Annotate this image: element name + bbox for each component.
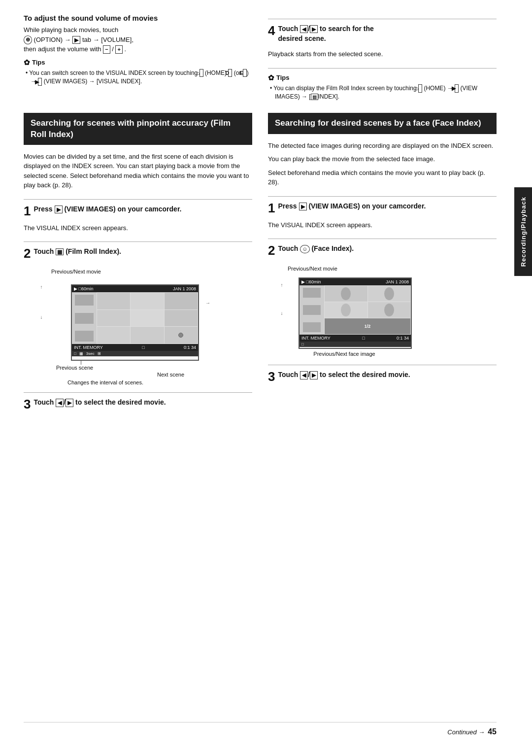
right-body-text3: Select beforehand media which contains t… xyxy=(268,168,497,187)
face-main-grid: 1/2 xyxy=(324,285,411,335)
left-step3-number: 3 xyxy=(24,398,31,411)
face-thumb-1 xyxy=(303,288,321,298)
continued-text: Continued → xyxy=(447,728,485,736)
screen-left-panel xyxy=(72,292,97,344)
prev-btn-3r: ◀ xyxy=(300,371,308,379)
right-step1-text: Press ▶ (VIEW IMAGES) on your camcorder. xyxy=(278,202,497,211)
home-icon-r: ⌂ xyxy=(418,84,422,92)
left-column: Searching for scenes with pinpoint accur… xyxy=(24,113,252,715)
left-body-text: Movies can be divided by a set time, and… xyxy=(24,152,252,190)
sidebar-label: Recording/Playback xyxy=(520,197,527,267)
view-images-btn-r: ▶ xyxy=(299,203,307,210)
right-step2: 2 Touch ☺ (Face Index). xyxy=(268,244,497,257)
prev-next-movie-label-right: Previous/Next movie xyxy=(288,266,497,272)
view-images-btn: ▶ xyxy=(55,206,63,213)
grid-cell-9 xyxy=(165,327,198,344)
home-icon: ⌂ xyxy=(200,69,203,77)
left-diagram: Previous/Next movie ↑ ↓ ▶ □60min JAN 1 2… xyxy=(32,269,252,385)
screen-thumb-2 xyxy=(75,313,94,324)
tips-icon: ✿ xyxy=(24,58,30,67)
right-diagram: Previous/Next movie ↑ ↓ ▶ □60min JAN 1 2… xyxy=(276,266,497,357)
right-arrow-up: ↑ xyxy=(281,282,283,288)
prev-scene-line xyxy=(81,361,93,365)
face-screen-top-bar: ▶ □60min JAN 1 2008 xyxy=(299,278,411,285)
grid-cell-7 xyxy=(97,327,130,344)
tips-label-right: ✿ Tips xyxy=(268,73,497,82)
top-section: To adjust the sound volume of movies Whi… xyxy=(24,14,497,106)
right-body-text2: You can play back the movie from the sel… xyxy=(268,154,497,164)
face-cell-1 xyxy=(325,286,367,302)
d-icon: D xyxy=(228,69,232,77)
left-step2-text: Touch ▦ (Film Roll Index). xyxy=(33,247,252,257)
grid-cell-3 xyxy=(165,293,198,309)
left-step3-text: Touch ◀/▶ to select the desired movie. xyxy=(33,398,252,408)
footer: Continued → 45 xyxy=(24,722,497,736)
sidebar-recording-playback: Recording/Playback xyxy=(514,187,532,276)
top-intro: While playing back movies, touch ⊕ (OPTI… xyxy=(24,25,252,54)
prev-icon-4: ◀ xyxy=(300,25,308,33)
screen-main-grid xyxy=(97,292,198,344)
next-btn-3: ▶ xyxy=(66,399,73,407)
face-cell-2 xyxy=(368,286,411,302)
prev-next-face-label: Previous/Next face image xyxy=(288,351,401,357)
face-page-indicator: 1/2 xyxy=(325,318,410,334)
right-face-screen: ▶ □60min JAN 1 2008 xyxy=(299,277,412,349)
left-step2: 2 Touch ▦ (Film Roll Index). xyxy=(24,247,252,260)
step4-desc: Playback starts from the selected scene. xyxy=(268,49,497,59)
changes-text-left: Changes the interval of scenes. xyxy=(32,379,179,385)
view-icon: ▶ xyxy=(38,78,42,86)
face-thumb-3 xyxy=(303,322,321,332)
grid-cell-5 xyxy=(131,310,164,327)
screen-thumb-3 xyxy=(75,331,94,342)
left-step3: 3 Touch ◀/▶ to select the desired movie. xyxy=(24,398,252,411)
plus-btn[interactable]: + xyxy=(115,45,122,53)
tips-label-top: ✿ Tips xyxy=(24,58,252,67)
prev-btn-3: ◀ xyxy=(56,399,64,407)
left-step1-desc: The VISUAL INDEX screen appears. xyxy=(24,223,252,233)
left-step1-text: Press ▶ (VIEW IMAGES) on your camcorder. xyxy=(33,205,252,214)
left-step1-number: 1 xyxy=(24,205,31,217)
tips-bullet-right: • You can display the Film Roll Index sc… xyxy=(268,84,497,102)
left-section-title: Searching for scenes with pinpoint accur… xyxy=(24,113,252,144)
screen-interval-bar: □ ▦ 3sec ⊞ xyxy=(72,351,198,356)
right-step1-desc: The VISUAL INDEX screen appears. xyxy=(268,220,497,230)
right-body-text1: The detected face images during recordin… xyxy=(268,141,497,151)
face-icon: ☺ xyxy=(300,245,309,253)
right-step3-number: 3 xyxy=(268,370,275,383)
screen-bottom-bar-left: INT. MEMORY □ 0:1 34 xyxy=(72,344,198,351)
grid-cell-1 xyxy=(97,293,130,309)
tips-section-right: ✿ Tips • You can display the Film Roll I… xyxy=(268,73,497,102)
e-icon: E xyxy=(243,69,247,77)
right-step3: 3 Touch ◀/▶ to select the desired movie. xyxy=(268,370,497,383)
face-thumb-2 xyxy=(303,305,321,315)
tips-bullet-top: • You can switch screen to the VISUAL IN… xyxy=(24,69,252,86)
face-cell-4 xyxy=(368,302,411,318)
next-icon-4: ▶ xyxy=(310,25,318,33)
right-step1: 1 Press ▶ (VIEW IMAGES) on your camcorde… xyxy=(268,202,497,214)
right-scene-arrow: → xyxy=(205,300,210,306)
screen-top-bar-left: ▶ □60min JAN 1 2008 xyxy=(72,285,198,292)
right-step2-number: 2 xyxy=(268,244,275,257)
left-arrow-up: ↑ xyxy=(40,284,43,290)
right-arrow-down: ↓ xyxy=(281,310,283,316)
left-arrow-down: ↓ xyxy=(40,314,43,320)
tips-section-top: ✿ Tips • You can switch screen to the VI… xyxy=(24,58,252,86)
filmroll-index-icon: ▦ xyxy=(311,94,318,100)
right-step1-number: 1 xyxy=(268,202,275,214)
screen-thumb-1 xyxy=(75,295,94,306)
main-two-col: Searching for scenes with pinpoint accur… xyxy=(24,113,497,715)
right-column: Searching for desired scenes by a face (… xyxy=(268,113,497,715)
next-btn-3r: ▶ xyxy=(310,371,318,379)
prev-scene-label-left: Previous scene xyxy=(56,361,93,371)
page-number: 45 xyxy=(488,727,497,736)
right-step2-text: Touch ☺ (Face Index). xyxy=(278,244,497,254)
left-camera-screen: ▶ □60min JAN 1 2008 xyxy=(71,284,199,361)
left-step1: 1 Press ▶ (VIEW IMAGES) on your camcorde… xyxy=(24,205,252,217)
minus-btn[interactable]: − xyxy=(103,45,110,53)
top-heading: To adjust the sound volume of movies xyxy=(24,14,252,22)
next-scene-label: Next scene xyxy=(56,372,184,378)
tab-icon: ▶ xyxy=(72,36,80,44)
grid-cell-4 xyxy=(97,310,130,327)
option-icon: ⊕ xyxy=(24,35,32,44)
face-screen-bar2: □ xyxy=(299,342,411,347)
